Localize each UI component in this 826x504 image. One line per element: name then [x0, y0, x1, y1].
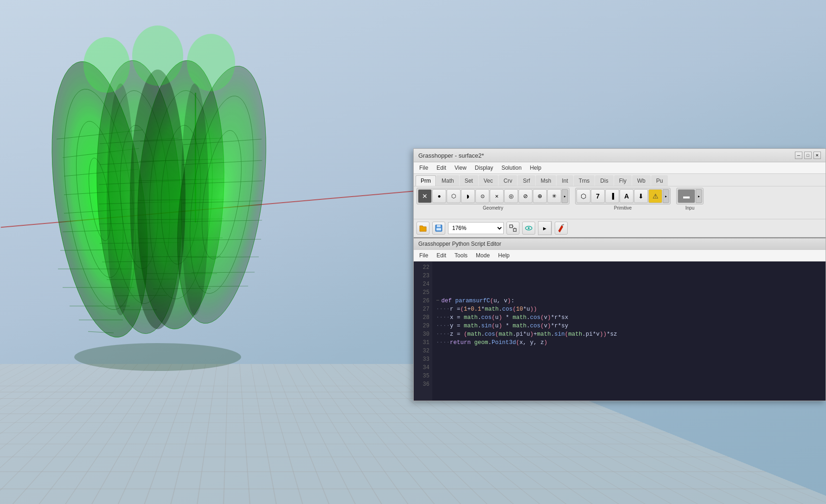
code-line-35	[436, 372, 822, 380]
gh-toolbar: ✕ ● ⬡ ◗ ⊙ ✕ ◎ ⊘ ⊕ ✳ ▸ Geometry ⬡ 7 ▐ A	[414, 186, 826, 219]
svg-rect-68	[513, 229, 516, 231]
open-file-button[interactable]	[416, 222, 429, 235]
tab-crv[interactable]: Crv	[499, 175, 518, 186]
tab-fly[interactable]: Fly	[614, 175, 632, 186]
svg-rect-65	[437, 225, 441, 227]
py-menubar: File Edit Tools Mode Help	[414, 250, 826, 262]
code-line-36	[436, 380, 822, 389]
gh-menubar: File Edit View Display Solution Help	[414, 162, 826, 174]
gh-tabs: Prm Math Set Vec Crv Srf Msh Int Trns Di…	[414, 174, 826, 186]
paint-button[interactable]	[555, 222, 568, 235]
tool-circle-fill[interactable]: ●	[432, 189, 446, 203]
py-menu-file[interactable]: File	[416, 251, 432, 260]
code-line-27: ····r =(1+0.1*math.cos(10*u))	[436, 305, 822, 313]
svg-point-62	[187, 34, 235, 91]
py-menu-tools[interactable]: Tools	[451, 251, 471, 260]
save-file-button[interactable]	[432, 222, 445, 235]
python-editor-panel: Grasshopper Python Script Editor File Ed…	[414, 237, 826, 401]
svg-line-73	[562, 224, 564, 225]
tool-download[interactable]: ⬇	[634, 189, 648, 203]
tool-rect[interactable]: ▐	[605, 189, 619, 203]
tab-msh[interactable]: Msh	[536, 175, 557, 186]
menu-edit[interactable]: Edit	[433, 163, 450, 172]
input-expand[interactable]: ▸	[696, 189, 702, 203]
primitive-label: Primitive	[614, 205, 632, 211]
gh-titlebar: Grasshopper - surface2* ─ □ ✕	[414, 149, 826, 162]
view-options: ▸	[538, 221, 552, 235]
code-line-22	[436, 263, 822, 272]
code-line-32	[436, 347, 822, 355]
input-label: Inpu	[685, 205, 694, 211]
code-line-34	[436, 364, 822, 372]
view-option-1[interactable]: ▸	[538, 222, 551, 235]
code-line-31: ····return geom.Point3d(x, y, z)	[436, 338, 822, 347]
svg-point-72	[528, 227, 530, 229]
code-content[interactable]: −def paramsurfC(u, v): ····r =(1+0.1*mat…	[432, 262, 826, 401]
tab-set[interactable]: Set	[460, 175, 478, 186]
tool-hexagon[interactable]: ⬡	[447, 189, 461, 203]
py-title: Grasshopper Python Script Editor	[414, 238, 826, 250]
svg-rect-66	[436, 228, 441, 230]
menu-display[interactable]: Display	[471, 163, 497, 172]
code-editor[interactable]: 22 23 24 25 26 27 28 29 30 31 32 33 34 3…	[414, 262, 826, 401]
tab-pu[interactable]: Pu	[651, 175, 668, 186]
py-menu-help[interactable]: Help	[494, 251, 513, 260]
code-line-29: ····y = math.sin(u) * math.cos(v)*r*sy	[436, 322, 822, 330]
tool-text[interactable]: A	[620, 189, 634, 203]
tab-vec[interactable]: Vec	[479, 175, 498, 186]
geometry-label: Geometry	[483, 205, 503, 211]
tab-int[interactable]: Int	[557, 175, 573, 186]
tab-dis[interactable]: Dis	[595, 175, 613, 186]
menu-solution[interactable]: Solution	[498, 163, 525, 172]
tool-warning[interactable]: ⚠	[648, 189, 662, 203]
code-line-26: −def paramsurfC(u, v):	[436, 297, 822, 305]
svg-point-61	[132, 26, 183, 86]
tab-srf[interactable]: Srf	[518, 175, 535, 186]
tool-ring[interactable]: ◎	[504, 189, 518, 203]
tool-hexbold[interactable]: ⬡	[576, 189, 590, 203]
tool-input[interactable]: ▬	[678, 189, 695, 203]
menu-view[interactable]: View	[451, 163, 470, 172]
svg-point-57	[130, 70, 186, 329]
py-menu-mode[interactable]: Mode	[472, 251, 493, 260]
tool-circle-dot[interactable]: ⊕	[533, 189, 547, 203]
view-toggle-button[interactable]	[522, 222, 535, 235]
menu-file[interactable]: File	[416, 163, 432, 172]
minimize-button[interactable]: ─	[795, 152, 802, 159]
tool-arc[interactable]: ◗	[461, 189, 475, 203]
tool-oval[interactable]: ⊙	[475, 189, 489, 203]
close-button[interactable]: ✕	[813, 152, 821, 159]
primitive-expand[interactable]: ▸	[663, 189, 669, 203]
menu-help[interactable]: Help	[526, 163, 545, 172]
tool-slash[interactable]: ⊘	[519, 189, 532, 203]
code-line-30: ····z = (math.cos(math.pi*u)+math.sin(ma…	[436, 330, 822, 338]
gh-title: Grasshopper - surface2*	[418, 152, 484, 159]
tool-seven[interactable]: 7	[591, 189, 605, 203]
py-menu-edit[interactable]: Edit	[433, 251, 450, 260]
maximize-button[interactable]: □	[804, 152, 812, 159]
tab-wb[interactable]: Wb	[632, 175, 651, 186]
svg-rect-67	[510, 225, 512, 228]
window-controls: ─ □ ✕	[795, 152, 821, 159]
code-line-25	[436, 288, 822, 297]
code-line-33	[436, 355, 822, 364]
grasshopper-panel: Grasshopper - surface2* ─ □ ✕ File Edit …	[413, 148, 826, 401]
code-line-23	[436, 272, 822, 280]
surface-3d	[28, 9, 288, 389]
collapse-26[interactable]: −	[436, 298, 440, 304]
svg-point-58	[107, 83, 134, 315]
tab-prm[interactable]: Prm	[416, 175, 436, 186]
geometry-expand[interactable]: ▸	[562, 189, 568, 203]
svg-point-63	[74, 343, 241, 371]
tool-x2[interactable]: ✕	[490, 189, 504, 203]
line-numbers: 22 23 24 25 26 27 28 29 30 31 32 33 34 3…	[414, 262, 432, 401]
zoom-select[interactable]: 176% 25% 50% 100% 200%	[448, 222, 504, 234]
tab-math[interactable]: Math	[436, 175, 459, 186]
gh-toolbar2: 176% 25% 50% 100% 200% ▸	[414, 219, 826, 237]
tool-x[interactable]: ✕	[418, 189, 432, 203]
tab-trns[interactable]: Trns	[574, 175, 595, 186]
svg-point-59	[181, 83, 209, 315]
tool-asterisk[interactable]: ✳	[547, 189, 561, 203]
zoom-fit-button[interactable]	[506, 222, 519, 235]
code-line-28: ····x = math.cos(u) * math.cos(v)*r*sx	[436, 313, 822, 322]
